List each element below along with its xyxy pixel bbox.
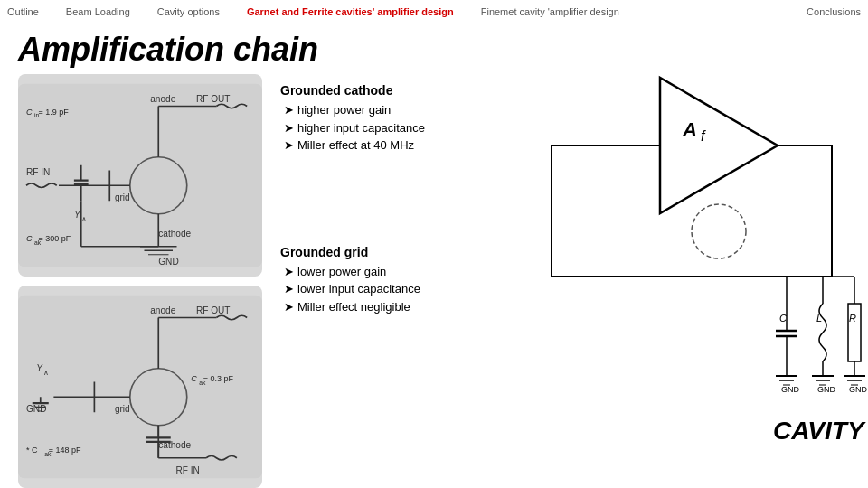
arrow-icon-1: ➤ (284, 101, 294, 119)
svg-text:* C: * C (26, 446, 38, 455)
arrow-icon-4: ➤ (284, 263, 294, 281)
circuit-grid: anode RF OUT grid cathode RF IN GND C ak… (18, 286, 262, 488)
svg-text:RF IN: RF IN (26, 167, 50, 177)
circuit-grid-svg: anode RF OUT grid cathode RF IN GND C ak… (18, 286, 262, 488)
bullet-lower-cap: ➤ lower input capacitance (284, 280, 850, 298)
svg-text:RF OUT: RF OUT (196, 94, 231, 104)
nav-conclusions[interactable]: Conclusions (807, 6, 861, 17)
top-nav: Outline Beam Loading Cavity options Garn… (0, 0, 868, 23)
svg-text:GND: GND (26, 404, 46, 414)
svg-text:cathode: cathode (158, 229, 191, 239)
svg-text:GND: GND (158, 257, 178, 267)
bullet-miller-40: ➤ Miller effect at 40 MHz (284, 136, 850, 155)
arrow-icon-3: ➤ (284, 136, 294, 155)
main-content: anode RF OUT RF IN grid cathode GND C in… (0, 74, 868, 488)
arrow-icon-5: ➤ (284, 280, 294, 298)
svg-text:C: C (26, 108, 33, 117)
bullet-higher-cap: ➤ higher input capacitance (284, 119, 850, 137)
grounded-cathode-block: Grounded cathode ➤ higher power gain ➤ h… (280, 83, 850, 155)
svg-text:RF IN: RF IN (175, 465, 199, 475)
svg-text:= 300 pF: = 300 pF (39, 234, 71, 243)
svg-text:C: C (26, 234, 33, 243)
svg-text:anode: anode (150, 94, 175, 104)
circuit-cathode-svg: anode RF OUT RF IN grid cathode GND C in… (18, 74, 262, 277)
svg-text:= 1.9 pF: = 1.9 pF (39, 108, 70, 117)
nav-garnet[interactable]: Garnet and Ferrite cavities' amplifier d… (247, 6, 454, 17)
grounded-grid-title: Grounded grid (280, 245, 850, 259)
page-title: Amplification chain (0, 23, 868, 74)
nav-outline[interactable]: Outline (7, 6, 39, 17)
text-descriptions: Grounded cathode ➤ higher power gain ➤ h… (280, 74, 850, 488)
svg-text:anode: anode (150, 305, 175, 315)
nav-finemet[interactable]: Finemet cavity 'amplifier design (481, 6, 619, 17)
nav-beam-loading[interactable]: Beam Loading (66, 6, 130, 17)
grounded-cathode-title: Grounded cathode (280, 83, 850, 98)
svg-text:= 0.3 pF: = 0.3 pF (203, 374, 234, 383)
svg-text:∧: ∧ (43, 369, 49, 377)
svg-text:RF OUT: RF OUT (196, 305, 231, 315)
bullet-lower-power: ➤ lower power gain (284, 263, 850, 281)
arrow-icon-2: ➤ (284, 119, 294, 137)
svg-text:grid: grid (115, 192, 130, 202)
nav-cavity-options[interactable]: Cavity options (157, 6, 220, 17)
arrow-icon-6: ➤ (284, 298, 294, 316)
svg-text:C: C (191, 374, 197, 383)
svg-text:= 148 pF: = 148 pF (49, 446, 81, 455)
bullet-higher-power: ➤ higher power gain (284, 101, 850, 119)
svg-text:∧: ∧ (81, 215, 87, 223)
circuit-cathode: anode RF OUT RF IN grid cathode GND C in… (18, 74, 262, 277)
grounded-grid-block: Grounded grid ➤ lower power gain ➤ lower… (280, 245, 850, 316)
left-column: anode RF OUT RF IN grid cathode GND C in… (18, 74, 262, 488)
bullet-miller-neg: ➤ Miller effect negligible (284, 298, 850, 316)
svg-text:grid: grid (115, 404, 130, 414)
